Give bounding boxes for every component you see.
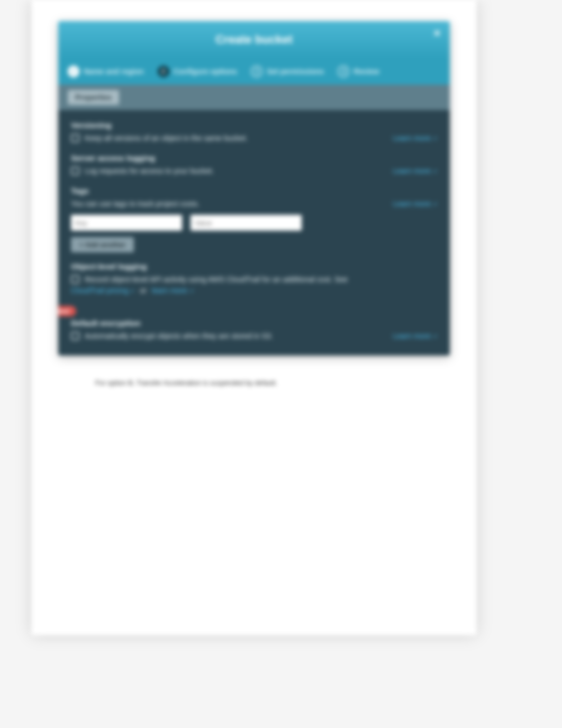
tag-key-input[interactable]: Key [71, 215, 182, 231]
encryption-checkbox[interactable] [71, 332, 79, 340]
step-3-indicator: 3 [251, 66, 262, 77]
versioning-checkbox[interactable] [71, 134, 79, 142]
tab-properties[interactable]: Properties [68, 90, 119, 105]
encryption-title: Default encryption [71, 319, 437, 327]
logging-checkbox[interactable] [71, 167, 79, 175]
encryption-desc: Automatically encrypt objects when they … [85, 331, 387, 342]
tag-value-input[interactable]: Value [191, 215, 302, 231]
caption-note: For option B, Transfer Acceleration is s… [95, 379, 277, 387]
versioning-learn-more-link[interactable]: Learn more↗ [393, 133, 437, 144]
external-icon: ↗ [189, 288, 194, 294]
step-name-region[interactable]: ✓ Name and region [62, 63, 149, 79]
step-3-label: Set permissions [267, 67, 324, 76]
external-icon: ↗ [432, 135, 437, 142]
step-2-label: Configure options [174, 67, 238, 76]
logging-learn-more-link[interactable]: Learn more↗ [393, 166, 437, 177]
add-tag-button[interactable]: + Add another [71, 237, 134, 252]
object-logging-checkbox[interactable] [71, 275, 79, 284]
external-icon: ↗ [432, 201, 437, 207]
logging-desc: Log requests for access to your bucket. [85, 166, 387, 177]
step-set-permissions[interactable]: 3 Set permissions [246, 63, 329, 79]
dialog-title: Create bucket [215, 33, 293, 47]
tags-title: Tags [71, 186, 437, 195]
options-panel: Versioning Keep all versions of an objec… [58, 110, 450, 356]
versioning-title: Versioning [71, 121, 437, 130]
object-logging-learn-more-link[interactable]: learn more↗ [152, 285, 194, 296]
create-bucket-dialog: Create bucket × ✓ Name and region 2 Conf… [58, 21, 450, 356]
step-1-label: Name and region [84, 67, 144, 76]
encryption-group: Default encryption Automatically encrypt… [71, 319, 437, 342]
close-icon[interactable]: × [431, 28, 443, 40]
step-configure-options[interactable]: 2 Configure options [152, 63, 243, 79]
step-4-indicator: 4 [338, 66, 349, 77]
new-badge: New! [58, 306, 76, 316]
logging-title: Server access logging [71, 153, 437, 162]
or-text: or [140, 285, 146, 296]
tags-learn-more-link[interactable]: Learn more↗ [393, 198, 437, 210]
object-logging-desc: Record object-level API activity using A… [85, 274, 437, 285]
tags-group: Tags You can use tags to track project c… [71, 186, 437, 252]
logging-group: Server access logging Log requests for a… [71, 153, 437, 177]
step-review[interactable]: 4 Review [332, 63, 384, 79]
versioning-desc: Keep all versions of an object in the sa… [85, 133, 387, 144]
wizard-steps: ✓ Name and region 2 Configure options 3 … [58, 58, 450, 85]
object-logging-group: Object-level logging Record object-level… [71, 262, 437, 296]
step-2-indicator: 2 [158, 66, 169, 77]
external-icon: ↗ [432, 168, 437, 175]
dialog-header: Create bucket × [58, 21, 450, 58]
cloudtrail-pricing-link[interactable]: CloudTrail pricing↗ [71, 285, 134, 296]
external-icon: ↗ [432, 333, 437, 340]
step-1-indicator: ✓ [68, 66, 79, 77]
external-icon: ↗ [130, 288, 134, 294]
encryption-learn-more-link[interactable]: Learn more↗ [393, 331, 437, 342]
tags-desc: You can use tags to track project costs. [71, 198, 387, 210]
step-4-label: Review [353, 67, 379, 76]
versioning-group: Versioning Keep all versions of an objec… [71, 121, 437, 144]
sub-bar: Properties [58, 85, 450, 110]
object-logging-title: Object-level logging [71, 262, 437, 271]
